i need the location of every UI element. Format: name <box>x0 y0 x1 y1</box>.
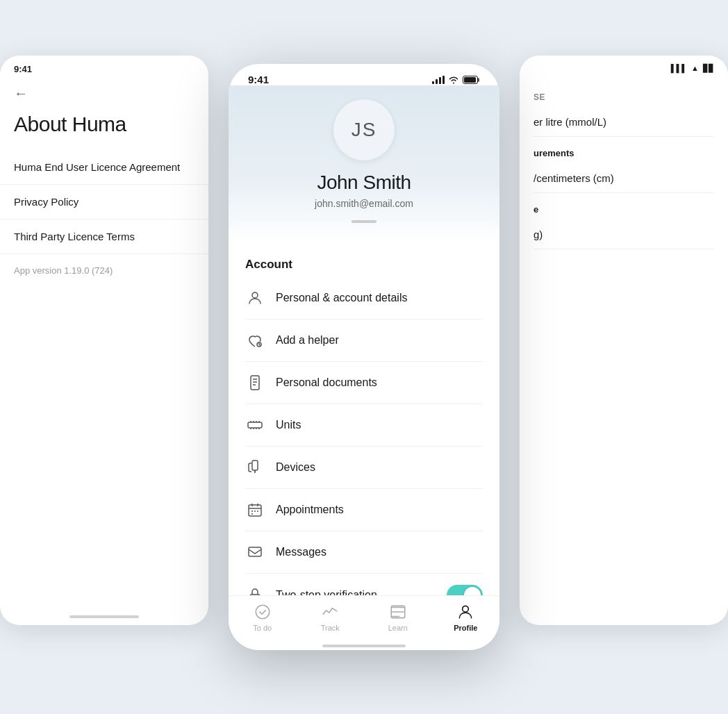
right-section3-label: e <box>533 204 714 215</box>
helper-label: Add a helper <box>276 334 483 347</box>
nav-learn-label: Learn <box>388 624 408 632</box>
menu-item-units[interactable]: Units <box>245 404 483 447</box>
document-icon <box>245 373 265 392</box>
nav-todo[interactable]: To do <box>242 603 283 632</box>
svg-point-2 <box>252 292 258 298</box>
toggle-knob <box>464 587 481 595</box>
right-section1-value: er litre (mmol/L) <box>533 108 714 137</box>
main-phone: 9:41 JS John Smith john. <box>229 64 499 650</box>
learn-icon <box>389 603 407 621</box>
appointments-label: Appointments <box>276 504 483 516</box>
menu-item-2fa[interactable]: Two-step verification <box>245 574 483 595</box>
2fa-label: Two-step verification <box>276 589 436 595</box>
lock-icon <box>245 586 265 595</box>
section-account-header: Account <box>245 244 483 277</box>
left-menu-eula[interactable]: Huma End User Licence Agreement <box>0 150 208 185</box>
svg-point-13 <box>463 606 469 612</box>
svg-rect-7 <box>249 505 261 516</box>
menu-item-appointments[interactable]: Appointments <box>245 489 483 531</box>
user-name: John Smith <box>317 172 411 194</box>
profile-header: JS John Smith john.smith@email.com <box>229 85 499 244</box>
person-icon <box>245 288 265 308</box>
left-home-indicator <box>69 615 139 618</box>
bottom-nav: To do Track Learn Profile <box>229 595 499 646</box>
track-icon <box>321 603 339 621</box>
nav-profile[interactable]: Profile <box>445 603 486 632</box>
appointments-icon <box>245 500 265 520</box>
left-app-version: App version 1.19.0 (724) <box>0 254 208 287</box>
avatar: JS <box>333 99 395 160</box>
devices-icon <box>245 458 265 477</box>
svg-point-11 <box>256 605 270 619</box>
avatar-initials: JS <box>351 119 377 141</box>
nav-todo-label: To do <box>253 624 272 632</box>
left-time: 9:41 <box>14 64 32 74</box>
menu-item-personal[interactable]: Personal & account details <box>245 277 483 319</box>
left-screen: 9:41 ← About Huma Huma End User Licence … <box>0 56 208 625</box>
check-icon <box>254 603 272 621</box>
right-status-bar: ▌▌▌ ▲ ▊▊ <box>520 56 728 78</box>
battery-icon <box>463 76 480 84</box>
right-section2-label: urements <box>533 148 714 158</box>
profile-icon <box>456 603 474 621</box>
left-status-bar: 9:41 <box>0 56 208 80</box>
right-section1-label: se <box>533 92 714 102</box>
nav-profile-label: Profile <box>454 624 477 632</box>
svg-rect-6 <box>252 460 258 470</box>
units-icon <box>245 415 265 435</box>
left-page-title: About Huma <box>0 107 208 150</box>
menu-item-documents[interactable]: Personal documents <box>245 362 483 404</box>
svg-rect-8 <box>249 547 261 556</box>
devices-label: Devices <box>276 461 483 474</box>
scroll-indicator <box>351 220 377 223</box>
svg-rect-4 <box>251 376 259 390</box>
signal-icon <box>432 76 445 84</box>
personal-label: Personal & account details <box>276 292 483 304</box>
menu-item-messages[interactable]: Messages <box>245 531 483 574</box>
wifi-icon <box>448 76 459 84</box>
menu-item-devices[interactable]: Devices <box>245 447 483 489</box>
units-label: Units <box>276 419 483 431</box>
user-email: john.smith@email.com <box>315 198 413 209</box>
nav-learn[interactable]: Learn <box>377 603 419 632</box>
phone-time: 9:41 <box>248 74 269 85</box>
messages-label: Messages <box>276 546 483 558</box>
documents-label: Personal documents <box>276 376 483 389</box>
right-section2-value: /centimeters (cm) <box>533 164 714 193</box>
svg-rect-1 <box>464 77 476 83</box>
two-step-toggle[interactable] <box>447 585 483 595</box>
helper-icon <box>245 331 265 350</box>
right-screen: ▌▌▌ ▲ ▊▊ se er litre (mmol/L) urements /… <box>520 56 728 625</box>
svg-rect-5 <box>248 422 262 428</box>
menu-item-helper[interactable]: Add a helper <box>245 319 483 362</box>
left-menu-third-party[interactable]: Third Party Licence Terms <box>0 219 208 254</box>
phone-status-bar: 9:41 <box>229 64 499 85</box>
home-indicator <box>229 646 499 650</box>
left-back-button[interactable]: ← <box>0 80 208 107</box>
nav-track-label: Track <box>321 624 340 632</box>
status-icons <box>432 76 480 84</box>
nav-track[interactable]: Track <box>309 603 351 632</box>
messages-icon <box>245 542 265 562</box>
left-menu-privacy[interactable]: Privacy Policy <box>0 185 208 219</box>
menu-content: Account Personal & account details Add a… <box>229 244 499 595</box>
right-section3-value: g) <box>533 220 714 249</box>
